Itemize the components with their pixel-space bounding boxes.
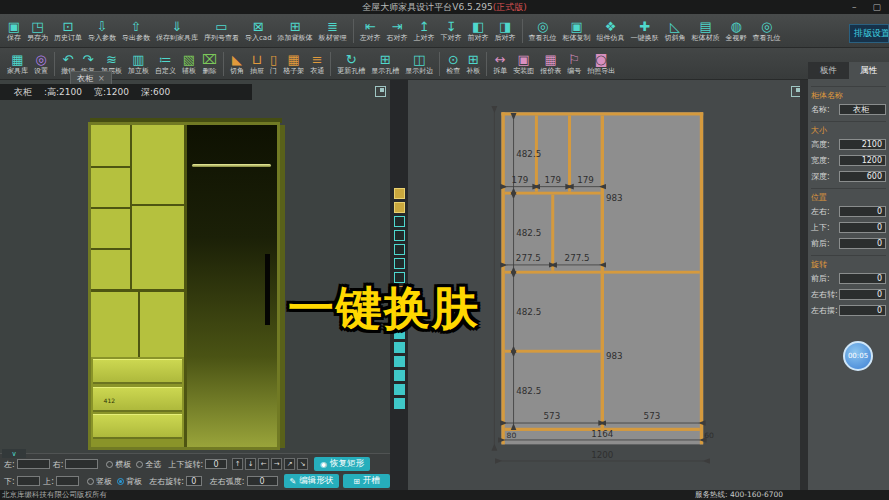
mid-tool-icon[interactable] (394, 244, 405, 255)
left-offset-input[interactable] (17, 459, 50, 469)
minimize-icon[interactable]: – (852, 2, 857, 12)
top-offset-input[interactable] (56, 476, 79, 486)
toolbar-button[interactable]: ◣切角 (227, 51, 247, 77)
toolbar-button[interactable]: ↔拆单 (490, 51, 510, 77)
property-input[interactable]: 0 (839, 305, 886, 316)
close-icon[interactable]: × (98, 74, 105, 83)
toolbar-button[interactable]: ◍全视野 (723, 18, 750, 44)
toolbar-button[interactable]: ▧辅板 (179, 51, 199, 77)
property-input[interactable]: 0 (839, 206, 886, 217)
mid-tool-icon[interactable] (394, 188, 405, 199)
wardrobe-3d-model[interactable]: 412 (88, 118, 285, 450)
property-input[interactable]: 0 (839, 273, 886, 284)
nudge-arrow-button[interactable]: ← (258, 458, 269, 470)
restore-rectangle-button[interactable]: ◉ 恢复矩形 (314, 457, 370, 471)
toolbar-button[interactable]: ✚一键换肤 (628, 18, 662, 44)
toolbar-button[interactable]: ◎查看孔位 (750, 18, 784, 44)
right-offset-input[interactable] (65, 459, 98, 469)
radio-icon[interactable] (117, 478, 124, 485)
property-input[interactable]: 衣柜 (839, 104, 886, 115)
mid-tool-icon[interactable] (394, 384, 405, 395)
radio-option[interactable]: 竖板 (87, 476, 112, 487)
radio-option[interactable]: 全选 (136, 459, 161, 470)
toolbar-button[interactable]: ▭序列号查看 (201, 18, 242, 44)
tab-boards[interactable]: 板件 (808, 62, 849, 79)
toolbar-button[interactable]: ⇓保存到家具库 (153, 18, 201, 44)
toolbar-button[interactable]: ↧下对齐 (438, 18, 465, 44)
toolbar-button[interactable]: ≡衣通 (307, 51, 327, 77)
layout-settings-button[interactable]: 排版设置 (849, 24, 889, 43)
toolbar-button[interactable]: ≣板材管理 (316, 18, 350, 44)
toolbar-button[interactable]: ⊞显示孔槽 (368, 51, 402, 77)
expand-view-icon[interactable] (375, 86, 386, 97)
panel-divider-scrollbar[interactable] (800, 80, 808, 490)
property-input[interactable]: 0 (839, 289, 886, 300)
leftright-rotation-input[interactable]: 0 (186, 476, 202, 486)
arc-input[interactable]: 0 (247, 476, 278, 486)
toolbar-button[interactable]: ◙拍照导出 (584, 51, 618, 77)
mid-tool-icon[interactable] (394, 370, 405, 381)
bottom-offset-input[interactable] (17, 476, 40, 486)
edit-shape-button[interactable]: ✎ 编辑形状 (284, 474, 340, 488)
toolbar-button[interactable]: ⊞添加背板体 (275, 18, 316, 44)
tab-attributes[interactable]: 属性 (849, 62, 889, 79)
toolbar-button[interactable]: ◎查看孔位 (526, 18, 560, 44)
document-tab[interactable]: 衣柜 × (70, 71, 112, 84)
nudge-arrow-button[interactable]: ↑ (232, 458, 243, 470)
toolbar-button[interactable]: ◧前对齐 (465, 18, 492, 44)
radio-option[interactable]: 横板 (106, 459, 131, 470)
toolbar-button[interactable]: ▤柜体材质 (689, 18, 723, 44)
mid-tool-icon[interactable] (394, 202, 405, 213)
nudge-arrow-button[interactable]: ↘ (297, 458, 308, 470)
nudge-arrow-button[interactable]: → (271, 458, 282, 470)
toolbar-button[interactable]: ❖组件仿真 (594, 18, 628, 44)
property-input[interactable]: 2100 (839, 139, 886, 150)
updown-rotation-input[interactable]: 0 (205, 459, 227, 469)
toolbar-button[interactable]: ▦报价表 (537, 51, 564, 77)
toolbar-button[interactable]: ⚐编号 (564, 51, 584, 77)
property-input[interactable]: 0 (839, 238, 886, 249)
toolbar-button[interactable]: ▦家具库 (4, 51, 31, 77)
toolbar-button[interactable]: ▣安装图 (510, 51, 537, 77)
mid-tool-icon[interactable] (394, 342, 405, 353)
mid-tool-icon[interactable] (394, 356, 405, 367)
property-input[interactable]: 1200 (839, 155, 886, 166)
slot-button[interactable]: ⊞ 开槽 (343, 474, 390, 488)
timer-badge[interactable]: 00:05 (843, 341, 873, 371)
toolbar-button[interactable]: ⇧导出参数 (119, 18, 153, 44)
toolbar-button[interactable]: ▣柜体复制 (560, 18, 594, 44)
toolbar-button[interactable]: ⌧删除 (199, 51, 220, 77)
mid-tool-icon[interactable] (394, 230, 405, 241)
toolbar-button[interactable]: ↻更新孔槽 (334, 51, 368, 77)
toolbar-button[interactable]: ⊡历史订单 (51, 18, 85, 44)
toolbar-button[interactable]: ⇥右对齐 (384, 18, 411, 44)
toolbar-button[interactable]: ◨后对齐 (492, 18, 519, 44)
nudge-arrow-button[interactable]: ↓ (245, 458, 256, 470)
toolbar-button[interactable]: ⇤左对齐 (357, 18, 384, 44)
toolbar-button[interactable]: ◎设置 (31, 51, 51, 77)
toolbar-button[interactable]: ▯门 (267, 51, 280, 77)
toolbar-button[interactable]: ≔自定义 (152, 51, 179, 77)
radio-option[interactable]: 背板 (117, 476, 142, 487)
toolbar-button[interactable]: ⇩导入参数 (85, 18, 119, 44)
toolbar-button[interactable]: ↥上对齐 (411, 18, 438, 44)
radio-icon[interactable] (136, 461, 143, 468)
property-input[interactable]: 600 (839, 171, 886, 182)
mid-tool-icon[interactable] (394, 258, 405, 269)
toolbar-button[interactable]: ⊠导入cad (242, 18, 275, 44)
collapse-chevron-icon[interactable]: ∨ (2, 449, 26, 458)
mid-tool-icon[interactable] (394, 398, 405, 409)
radio-icon[interactable] (87, 478, 94, 485)
nudge-arrow-button[interactable]: ↗ (284, 458, 295, 470)
toolbar-button[interactable]: ▣保存 (4, 18, 24, 44)
radio-icon[interactable] (106, 461, 113, 468)
toolbar-button[interactable]: ▥加立板 (125, 51, 152, 77)
toolbar-button[interactable]: ◳另存为 (24, 18, 51, 44)
toolbar-button[interactable]: ⊔抽屉 (247, 51, 267, 77)
mid-tool-icon[interactable] (394, 216, 405, 227)
toolbar-button[interactable]: ⊙检查 (443, 51, 463, 77)
toolbar-button[interactable]: ◺切斜角 (662, 18, 689, 44)
3d-view-panel[interactable]: < 衣柜 :高:2100 宽:1200 深:600 (0, 80, 390, 453)
property-input[interactable]: 0 (839, 222, 886, 233)
toolbar-button[interactable]: ⊞补板 (463, 51, 483, 77)
